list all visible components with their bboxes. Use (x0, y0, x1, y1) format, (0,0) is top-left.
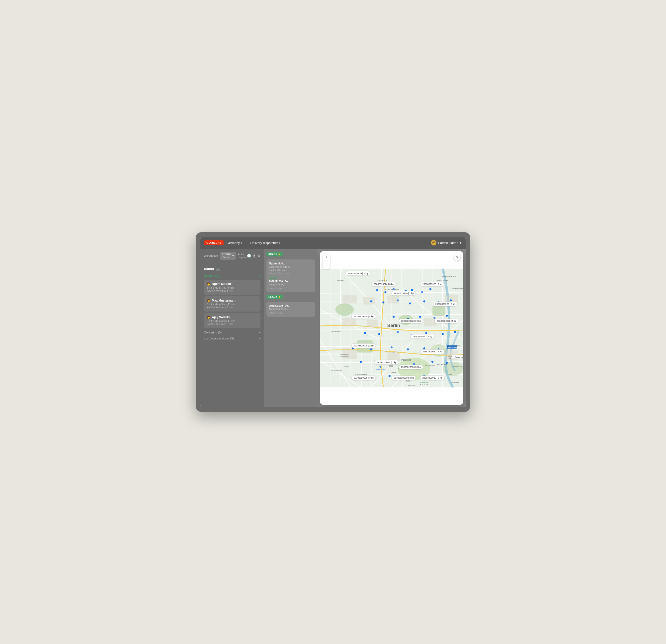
user-chevron-icon: ▾ (460, 241, 462, 245)
svg-point-68 (380, 366, 381, 368)
svg-point-100 (438, 301, 440, 303)
svg-point-88 (376, 289, 379, 291)
svg-point-111 (397, 331, 399, 333)
warehouse-value: PBERG |Berlin (222, 253, 231, 259)
svg-text:WILMERSDORF: WILMERSDORF (331, 370, 342, 371)
map-close-button[interactable]: × (454, 254, 461, 261)
svg-point-121 (438, 348, 440, 350)
warehouse-dropdown[interactable]: PBERG |Berlin ▾ (220, 252, 236, 260)
ready-badge-1: READY ⚡ (266, 252, 315, 258)
svg-point-103 (372, 317, 374, 319)
svg-text:Brandenburger Tor: Brandenburger Tor (386, 351, 398, 353)
order-tags-1: 4 items | 6 kg (269, 288, 313, 290)
orders-panel: READY ⚡ Ngom Mod... Shift ends in 3hrs 4… (264, 249, 318, 407)
svg-point-122 (452, 346, 454, 348)
order-id-1: 2938292030 · Da... (269, 280, 313, 283)
rider-icon-3: 🧑 (207, 316, 210, 319)
delivering-group-header[interactable]: Delivering (5) ▾ (204, 331, 261, 334)
svg-point-131 (423, 375, 425, 377)
svg-rect-47 (388, 352, 400, 361)
svg-text:Warehouse: Warehouse (455, 356, 463, 358)
rider-location-3: • At the WH since 5 min (207, 323, 258, 326)
order-created-1: Created · 7 min ago (269, 272, 313, 274)
rider-item[interactable]: 🧑 Ngom Modou Shift ends in 3hrs 45min • … (204, 280, 261, 295)
svg-point-97 (397, 299, 399, 301)
svg-point-124 (376, 363, 379, 365)
rider-shift-2: Shift ends in 3 hrs 45 min (207, 303, 258, 306)
settings-icon[interactable]: ⚙ (257, 254, 261, 258)
map-background: Berlin GESUNDBRUNNEN WEDDING PRENZLAUER … (320, 251, 463, 405)
svg-point-126 (413, 363, 415, 365)
svg-point-104 (392, 316, 395, 318)
svg-text:Schloss Britz: Schloss Britz (408, 385, 416, 386)
rider-shift-3: Shift ends in 3 hrs 45 min (207, 320, 258, 323)
svg-point-92 (411, 289, 413, 291)
rider-location-2: • At the WH since 5 min (207, 306, 258, 309)
order-card-2[interactable]: 2938292030 · Da... Templhofer 28, D... 4… (266, 302, 315, 317)
svg-text:Berlin-Neukölln: Berlin-Neukölln (420, 384, 429, 386)
svg-text:Deutsches: Deutsches (381, 360, 387, 361)
sidebar: Warehouse PBERG |Berlin ▾ Auto-dispatch … (200, 249, 264, 407)
order-card-1[interactable]: Ngom Mod... Shift ends in 3hrs 4... • At… (266, 259, 315, 292)
svg-point-95 (370, 300, 372, 302)
ready-status-badge-1: READY ⚡ (266, 252, 283, 257)
svg-point-117 (370, 348, 372, 350)
svg-text:ALT-HOHENSCHO...: ALT-HOHENSCHO... (452, 288, 463, 289)
svg-rect-73 (389, 364, 393, 367)
available-group-header[interactable]: Available (3) ▲ (204, 274, 261, 278)
map-controls: + − (322, 254, 330, 269)
riders-header: Riders 🚲 (204, 266, 261, 271)
order-address-1: Templhofer 28, D... (269, 283, 313, 286)
zoom-out-button[interactable]: − (322, 261, 330, 269)
close-toggle-button[interactable]: ✕ (253, 254, 255, 258)
svg-text:Helmholtzplatz: Helmholtzplatz (437, 279, 449, 281)
tool-dropdown[interactable]: Delivery dispatcher ▾ (250, 241, 280, 245)
svg-point-106 (419, 316, 421, 318)
svg-point-94 (430, 288, 432, 290)
tool-chevron-icon: ▾ (279, 242, 280, 244)
lost-signal-chevron-icon: ▾ (259, 337, 261, 340)
top-nav: GORILLAS Germany ▾ Delivery dispatcher ▾… (200, 237, 466, 249)
svg-rect-40 (363, 297, 375, 304)
svg-point-108 (446, 315, 448, 317)
zoom-in-button[interactable]: + (322, 254, 330, 261)
rider-shift-1: Shift ends in 3hrs 45min (207, 286, 258, 289)
nav-separator-1 (246, 240, 246, 245)
order-address-2: Templhofer 28, D... (269, 308, 313, 310)
svg-text:HANSAVIERTEL: HANSAVIERTEL (331, 331, 342, 332)
order-rider-location-1: • At the WH since ... (269, 269, 313, 272)
svg-point-109 (364, 332, 366, 334)
svg-text:GESUNDBRUNNEN: GESUNDBRUNNEN (384, 289, 399, 290)
available-group: Available (3) ▲ 🧑 Ngom Modou Shift ends … (204, 274, 261, 328)
country-dropdown[interactable]: Germany ▾ (227, 241, 242, 245)
order-tags-2: 4 items | 6 kg (269, 312, 313, 314)
delivering-group-title: Delivering (5) (204, 331, 222, 334)
logo[interactable]: GORILLAS (204, 240, 224, 245)
svg-point-123 (360, 361, 362, 363)
svg-point-101 (450, 299, 452, 301)
lost-signal-group: Lost location signal (3) ▾ (204, 337, 261, 340)
svg-text:Estrel Berlin: Estrel Berlin (451, 382, 459, 383)
svg-text:Viktoria: Viktoria (391, 371, 396, 373)
content-area: Warehouse PBERG |Berlin ▾ Auto-dispatch … (200, 249, 466, 407)
svg-rect-42 (343, 318, 356, 326)
svg-text:WRANGELKIEZ: WRANGELKIEZ (425, 365, 436, 366)
rider-item[interactable]: 🧑 Ajay Solanki Shift ends in 3 hrs 45 mi… (204, 313, 261, 328)
svg-text:Potsdamer Platz: Potsdamer Platz (375, 368, 386, 370)
svg-point-89 (384, 291, 386, 293)
lost-signal-group-title: Lost location signal (3) (204, 337, 234, 340)
svg-point-99 (423, 300, 425, 302)
available-chevron-icon: ▲ (258, 275, 261, 277)
svg-point-90 (392, 288, 395, 290)
user-menu[interactable]: 🧑 Patrick Haede ▾ (431, 240, 462, 245)
svg-text:Zoologischer: Zoologischer (340, 353, 349, 355)
rider-item[interactable]: 🧑 Max Mustermann Shift ends in 3 hrs 45 … (204, 296, 261, 312)
auto-dispatch-toggle[interactable] (250, 254, 251, 258)
svg-text:SCHÖNEBERG: SCHÖNEBERG (355, 373, 367, 375)
svg-point-93 (421, 291, 423, 293)
country-label: Germany (227, 241, 240, 245)
user-avatar: 🧑 (431, 240, 436, 245)
lost-signal-group-header[interactable]: Lost location signal (3) ▾ (204, 337, 261, 340)
svg-point-98 (409, 302, 411, 304)
svg-point-120 (423, 347, 425, 349)
